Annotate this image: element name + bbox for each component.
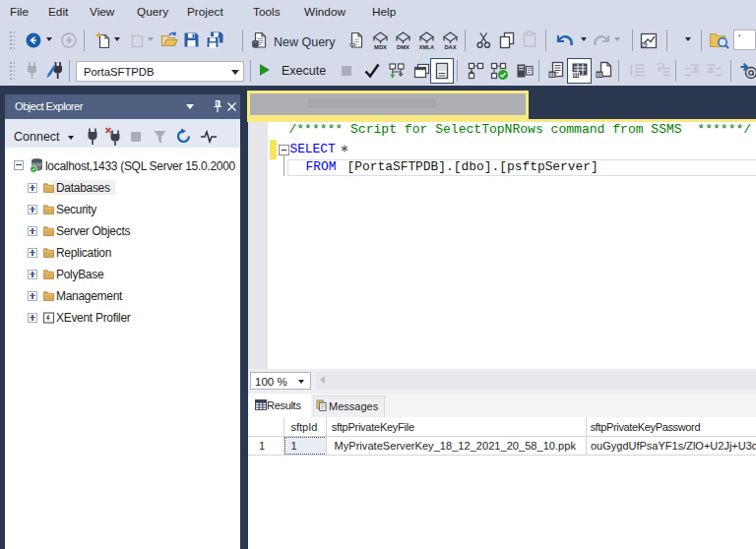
svg-text:01: 01: [549, 72, 555, 78]
svg-text:MDX: MDX: [374, 44, 387, 50]
svg-text:DAX: DAX: [444, 44, 456, 50]
svg-text:DMX: DMX: [397, 44, 410, 50]
svg-text:XMLA: XMLA: [419, 44, 434, 50]
svg-text:01: 01: [597, 72, 602, 78]
svg-text:01: 01: [573, 72, 579, 78]
